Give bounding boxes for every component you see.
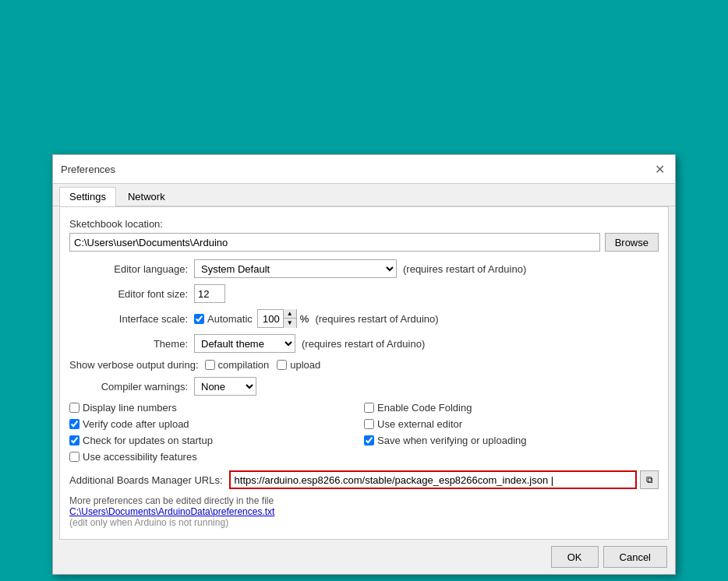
tabs-container: Settings Network	[53, 184, 675, 206]
accessibility-checkbox[interactable]	[69, 452, 80, 462]
boards-url-row: Additional Boards Manager URLs: ⧉	[69, 470, 659, 489]
cancel-button[interactable]: Cancel	[603, 546, 667, 568]
boards-url-label: Additional Boards Manager URLs:	[69, 474, 229, 486]
editor-language-row: Editor language: System Default (require…	[69, 259, 659, 278]
theme-select[interactable]: Default theme	[194, 334, 295, 353]
preferences-info-line1: More preferences can be edited directly …	[69, 495, 659, 506]
verify-code-text: Verify code after upload	[83, 418, 189, 430]
save-when-verifying-label[interactable]: Save when verifying or uploading	[364, 435, 659, 446]
display-line-numbers-label[interactable]: Display line numbers	[69, 402, 364, 414]
tab-settings[interactable]: Settings	[59, 187, 116, 206]
sketchbook-section: Sketchbook location: Browse	[69, 218, 659, 252]
external-editor-label[interactable]: Use external editor	[364, 418, 659, 430]
check-updates-label[interactable]: Check for updates on startup	[69, 435, 364, 446]
display-line-numbers-checkbox[interactable]	[69, 403, 80, 413]
theme-note: (requires restart of Arduino)	[302, 338, 425, 350]
preferences-note: (edit only when Arduino is not running)	[69, 517, 659, 528]
spinner-up[interactable]: ▲	[284, 309, 296, 319]
boards-url-expand-icon: ⧉	[646, 474, 653, 485]
theme-label: Theme:	[69, 338, 194, 350]
check-updates-checkbox[interactable]	[69, 435, 80, 445]
code-folding-checkbox[interactable]	[364, 403, 374, 413]
interface-scale-note: (requires restart of Arduino)	[315, 313, 438, 325]
title-bar: Preferences ✕	[53, 155, 675, 184]
external-editor-text: Use external editor	[377, 418, 462, 430]
checkboxes-section: Display line numbers Verify code after u…	[69, 402, 659, 463]
compilation-checkbox-label[interactable]: compilation	[205, 359, 270, 371]
settings-content: Sketchbook location: Browse Editor langu…	[59, 206, 669, 540]
compilation-label: compilation	[218, 359, 270, 371]
sketchbook-input-row: Browse	[69, 233, 659, 252]
editor-language-note: (requires restart of Arduino)	[403, 263, 526, 275]
interface-scale-row: Interface scale: Automatic ▲ ▼ % (requir…	[69, 309, 659, 328]
font-size-input[interactable]	[194, 284, 225, 303]
verbose-output-label: Show verbose output during:	[69, 359, 205, 371]
upload-checkbox[interactable]	[277, 360, 287, 370]
display-line-numbers-text: Display line numbers	[83, 402, 177, 414]
external-editor-checkbox[interactable]	[364, 419, 374, 429]
editor-language-select[interactable]: System Default	[194, 259, 397, 278]
tab-network[interactable]: Network	[118, 187, 175, 206]
save-when-verifying-checkbox[interactable]	[364, 435, 374, 445]
scale-spinner[interactable]: ▲ ▼	[257, 309, 297, 328]
sketchbook-path-input[interactable]	[69, 233, 600, 252]
editor-font-size-label: Editor font size:	[69, 288, 194, 300]
dialog-title: Preferences	[61, 164, 115, 175]
browse-button[interactable]: Browse	[605, 233, 659, 252]
upload-label: upload	[290, 359, 320, 371]
verify-code-checkbox[interactable]	[69, 419, 80, 429]
spinner-arrows: ▲ ▼	[283, 309, 296, 328]
close-button[interactable]: ✕	[652, 161, 667, 177]
compiler-warnings-label: Compiler warnings:	[69, 381, 194, 393]
check-updates-text: Check for updates on startup	[83, 435, 213, 446]
scale-value-input[interactable]	[258, 312, 283, 326]
percent-label: %	[300, 313, 309, 325]
checkbox-col-left: Display line numbers Verify code after u…	[69, 402, 364, 463]
save-when-verifying-text: Save when verifying or uploading	[377, 435, 527, 446]
boards-url-expand-button[interactable]: ⧉	[640, 470, 659, 489]
verbose-output-row: Show verbose output during: compilation …	[69, 359, 659, 371]
accessibility-text: Use accessibility features	[83, 451, 197, 463]
editor-language-label: Editor language:	[69, 263, 194, 275]
interface-scale-label: Interface scale:	[69, 313, 194, 325]
ok-button[interactable]: OK	[551, 546, 599, 568]
compilation-checkbox[interactable]	[205, 360, 215, 370]
preferences-info: More preferences can be edited directly …	[69, 495, 659, 528]
verify-code-label[interactable]: Verify code after upload	[69, 418, 364, 430]
sketchbook-label: Sketchbook location:	[69, 218, 659, 230]
checkbox-col-right: Enable Code Folding Use external editor …	[364, 402, 659, 463]
dialog-footer: OK Cancel	[53, 540, 675, 574]
code-folding-text: Enable Code Folding	[377, 402, 472, 414]
spinner-down[interactable]: ▼	[284, 319, 296, 328]
preferences-path[interactable]: C:\Users\Documents\ArduinoData\preferenc…	[69, 506, 659, 517]
automatic-checkbox-label[interactable]: Automatic	[194, 313, 253, 325]
code-folding-label[interactable]: Enable Code Folding	[364, 402, 659, 414]
theme-row: Theme: Default theme (requires restart o…	[69, 334, 659, 353]
accessibility-label[interactable]: Use accessibility features	[69, 451, 364, 463]
automatic-checkbox[interactable]	[194, 314, 204, 324]
compiler-warnings-select[interactable]: None Default More All	[194, 377, 256, 396]
compiler-warnings-row: Compiler warnings: None Default More All	[69, 377, 659, 396]
automatic-label: Automatic	[207, 313, 253, 325]
two-col-checkboxes: Display line numbers Verify code after u…	[69, 402, 659, 463]
preferences-dialog: Preferences ✕ Settings Network Sketchboo…	[52, 154, 676, 575]
upload-checkbox-label[interactable]: upload	[277, 359, 320, 371]
boards-url-input[interactable]	[229, 470, 637, 489]
editor-font-size-row: Editor font size:	[69, 284, 659, 303]
